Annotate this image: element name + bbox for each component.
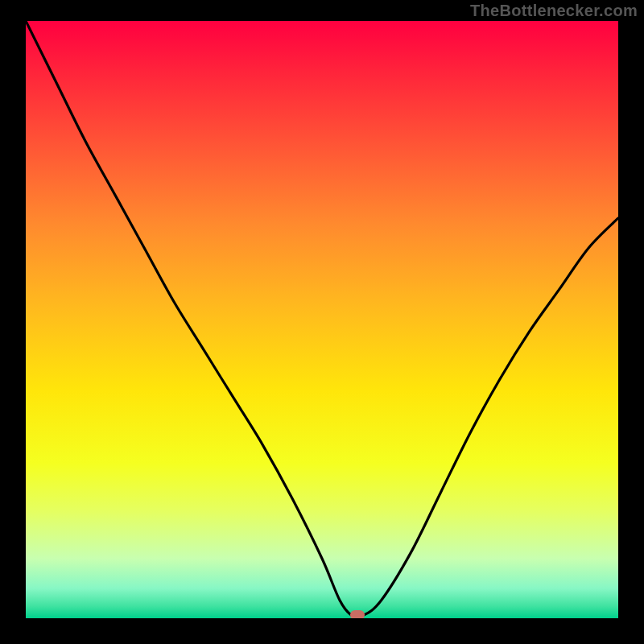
optimal-point-marker — [350, 610, 365, 618]
bottleneck-curve — [26, 21, 618, 618]
plot-area — [26, 21, 618, 618]
chart-frame: TheBottlenecker.com — [0, 0, 644, 644]
attribution-text: TheBottlenecker.com — [470, 2, 638, 20]
